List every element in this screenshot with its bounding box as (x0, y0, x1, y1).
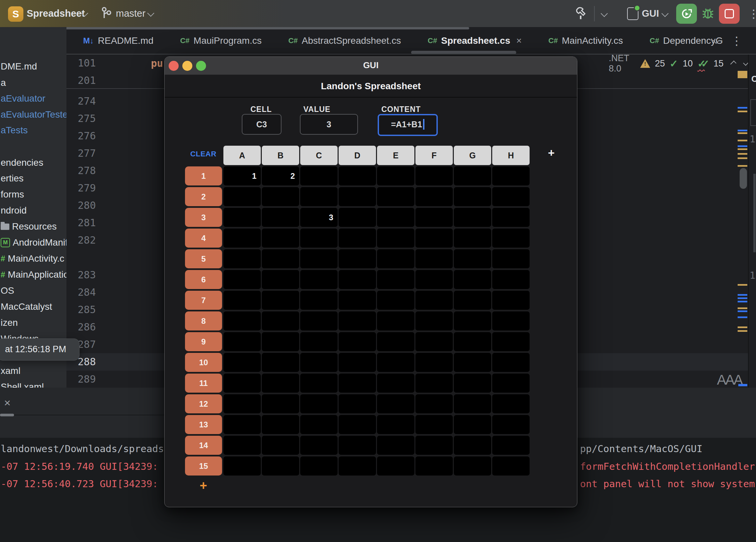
close-icon[interactable]: × (4, 396, 11, 409)
cell-H2[interactable] (492, 187, 530, 206)
cell-G5[interactable] (454, 249, 491, 268)
row-header-1[interactable]: 1 (185, 166, 222, 185)
cell-B1[interactable]: 2 (262, 166, 299, 185)
row-header-2[interactable]: 2 (185, 187, 222, 206)
column-header-G[interactable]: G (454, 146, 491, 165)
cell-E7[interactable] (377, 291, 414, 310)
cell-H8[interactable] (492, 311, 530, 330)
cell-A1[interactable]: 1 (223, 166, 261, 185)
cell-D2[interactable] (339, 187, 376, 206)
cell-C10[interactable] (300, 353, 338, 372)
cell-B2[interactable] (262, 187, 299, 206)
cell-E11[interactable] (377, 374, 414, 393)
cell-A10[interactable] (223, 353, 261, 372)
column-header-F[interactable]: F (415, 146, 453, 165)
cell-G13[interactable] (454, 415, 491, 434)
cell-H3[interactable] (492, 208, 530, 227)
cell-F8[interactable] (415, 311, 453, 330)
row-header-14[interactable]: 14 (185, 436, 222, 455)
row-header-9[interactable]: 9 (185, 332, 222, 351)
tab-Spreadsheet.cs[interactable]: C#Spreadsheet.cs× (414, 27, 535, 54)
cell-D14[interactable] (339, 436, 376, 455)
cell-H4[interactable] (492, 229, 530, 248)
row-header-5[interactable]: 5 (185, 249, 222, 268)
cell-C9[interactable] (300, 332, 338, 351)
row-header-8[interactable]: 8 (185, 311, 222, 330)
cell-F12[interactable] (415, 394, 453, 413)
clear-button[interactable]: CLEAR (178, 150, 228, 158)
add-column-button[interactable]: + (544, 146, 559, 159)
cell-A7[interactable] (223, 291, 261, 310)
tree-item-izen[interactable]: izen (1, 316, 18, 329)
field-input-cell[interactable]: C3 (242, 114, 281, 135)
column-header-C[interactable]: C (300, 146, 338, 165)
cell-C1[interactable] (300, 166, 338, 185)
cell-D12[interactable] (339, 394, 376, 413)
cell-D15[interactable] (339, 456, 376, 476)
cell-E14[interactable] (377, 436, 414, 455)
cell-B14[interactable] (262, 436, 299, 455)
next-issue-chevron-icon[interactable] (743, 59, 748, 65)
add-row-button[interactable]: + (196, 479, 211, 493)
cell-A11[interactable] (223, 374, 261, 393)
cell-H12[interactable] (492, 394, 530, 413)
cell-C7[interactable] (300, 291, 338, 310)
cell-F14[interactable] (415, 436, 453, 455)
cell-G15[interactable] (454, 456, 491, 476)
cell-G10[interactable] (454, 353, 491, 372)
tree-item-AndroidManife[interactable]: MAndroidManife (1, 236, 66, 249)
cell-F1[interactable] (415, 166, 453, 185)
tree-item-MainActivity.c[interactable]: #MainActivity.c (1, 252, 64, 265)
row-header-7[interactable]: 7 (185, 291, 222, 310)
cell-C6[interactable] (300, 270, 338, 289)
cell-D7[interactable] (339, 291, 376, 310)
cell-A12[interactable] (223, 394, 261, 413)
cell-A14[interactable] (223, 436, 261, 455)
cell-D10[interactable] (339, 353, 376, 372)
cell-D3[interactable] (339, 208, 376, 227)
cell-E15[interactable] (377, 456, 414, 476)
cell-C2[interactable] (300, 187, 338, 206)
cell-D9[interactable] (339, 332, 376, 351)
cell-G9[interactable] (454, 332, 491, 351)
cell-A13[interactable] (223, 415, 261, 434)
column-header-E[interactable]: E (377, 146, 414, 165)
debug-bug-icon[interactable] (701, 5, 715, 21)
cell-B3[interactable] (262, 208, 299, 227)
cell-A5[interactable] (223, 249, 261, 268)
cell-E12[interactable] (377, 394, 414, 413)
rerun-button[interactable] (676, 4, 697, 24)
cell-E2[interactable] (377, 187, 414, 206)
tree-item-OS[interactable]: OS (1, 284, 14, 297)
tree-item-forms[interactable]: forms (1, 188, 24, 201)
cell-B11[interactable] (262, 374, 299, 393)
cell-D8[interactable] (339, 311, 376, 330)
cell-B8[interactable] (262, 311, 299, 330)
cell-E8[interactable] (377, 311, 414, 330)
branch-widget[interactable]: master (116, 8, 146, 19)
cell-A9[interactable] (223, 332, 261, 351)
tab-MainActivity.cs[interactable]: C#MainActivity.cs (535, 27, 636, 54)
row-header-15[interactable]: 15 (185, 456, 222, 476)
toolwindow-scrollbar-thumb[interactable] (0, 414, 14, 416)
cell-E9[interactable] (377, 332, 414, 351)
toolbar-more-icon[interactable]: ⋮ (748, 9, 756, 19)
cell-C11[interactable] (300, 374, 338, 393)
cell-B7[interactable] (262, 291, 299, 310)
field-input-value[interactable]: 3 (300, 114, 358, 135)
cell-A4[interactable] (223, 229, 261, 248)
tree-item-MainApplicatio[interactable]: #MainApplicatio (1, 268, 66, 281)
cell-C15[interactable] (300, 456, 338, 476)
tree-item-xaml[interactable]: xaml (1, 364, 20, 378)
row-header-3[interactable]: 3 (185, 208, 222, 227)
row-header-4[interactable]: 4 (185, 229, 222, 248)
tab-README.md[interactable]: M↓README.md (70, 27, 167, 54)
cell-F3[interactable] (415, 208, 453, 227)
tree-item-aEvaluator[interactable]: aEvaluator (1, 92, 45, 105)
cell-D13[interactable] (339, 415, 376, 434)
cell-B12[interactable] (262, 394, 299, 413)
window-titlebar[interactable]: GUI (165, 57, 577, 75)
cell-H9[interactable] (492, 332, 530, 351)
cell-C12[interactable] (300, 394, 338, 413)
tab-DependencyG[interactable]: C#DependencyG (636, 27, 736, 54)
